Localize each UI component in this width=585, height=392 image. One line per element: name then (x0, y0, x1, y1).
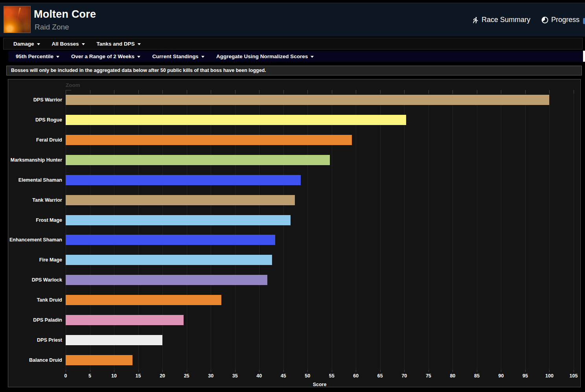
filter-current-standings-dropdown[interactable]: Current Standings (146, 51, 210, 62)
x-tick (477, 370, 477, 372)
bar-row-dps-rogue: DPS Rogue (66, 110, 574, 130)
runner-icon (472, 17, 479, 24)
x-axis-title: Score (313, 382, 327, 387)
menu-tanks-and-dps-dropdown[interactable]: Tanks and DPS (91, 38, 147, 49)
category-label: Frost Mage (36, 217, 62, 223)
x-tick (138, 370, 139, 372)
globe-icon (541, 17, 548, 24)
dropdown-label: Over a Range of 2 Weeks (71, 53, 134, 59)
bar-tank-druid[interactable] (66, 295, 221, 305)
x-tick-label: 0 (64, 373, 67, 379)
category-label: Tank Warrior (32, 197, 62, 203)
x-tick (283, 370, 284, 372)
bar-fire-mage[interactable] (66, 255, 272, 265)
top-tick (574, 90, 574, 94)
bar-row-dps-warlock: DPS Warlock (66, 270, 574, 290)
x-tick (574, 370, 574, 372)
bar-elemental-shaman[interactable] (66, 175, 301, 185)
dropdown-label: Damage (13, 41, 34, 47)
x-tick-label: 20 (160, 373, 165, 379)
bar-dps-warlock[interactable] (66, 275, 267, 285)
x-tick (211, 370, 211, 372)
x-tick (453, 370, 453, 372)
bar-marksmanship-hunter[interactable] (66, 155, 330, 165)
x-tick-label: 55 (329, 373, 335, 379)
x-tick (332, 370, 332, 372)
x-tick (162, 370, 163, 372)
category-label: DPS Rogue (35, 117, 62, 123)
x-tick (356, 370, 356, 372)
x-tick-label: 35 (232, 373, 238, 379)
x-tick (501, 370, 501, 372)
chevron-down-icon (138, 43, 141, 45)
lava-streak-decoration (16, 7, 21, 23)
x-tick-label: 85 (474, 373, 480, 379)
page-header: Molten Core Raid Zone Race SummaryProgre… (0, 3, 585, 37)
x-tick-label: 65 (377, 373, 383, 379)
x-tick-label: 50 (305, 373, 310, 379)
statistics-chart: Zoom DPS WarriorDPS RogueFeral DruidMark… (8, 79, 581, 387)
x-tick (307, 370, 308, 372)
dropdown-label: Current Standings (152, 53, 199, 59)
x-tick (114, 370, 114, 372)
x-tick (525, 370, 526, 372)
x-tick-label: 60 (353, 373, 359, 379)
x-tick-label: 70 (401, 373, 407, 379)
x-tick-label: 25 (184, 373, 189, 379)
bar-row-balance-druid: Balance Druid (66, 350, 574, 370)
filter-95th-percentile-dropdown[interactable]: 95th Percentile (10, 51, 65, 62)
x-tick-label: 30 (208, 373, 213, 379)
x-tick-label: 10 (111, 373, 117, 379)
category-label: DPS Paladin (33, 317, 62, 323)
header-link-race-summary[interactable]: Race Summary (472, 16, 530, 24)
category-label: Tank Druid (37, 297, 62, 303)
bar-frost-mage[interactable] (66, 215, 291, 225)
category-label: DPS Priest (37, 337, 62, 343)
bar-dps-priest[interactable] (66, 335, 162, 345)
bar-dps-rogue[interactable] (66, 115, 406, 125)
x-tick-label: 15 (136, 373, 141, 379)
x-axis: Score 0510152025303540455055606570758085… (66, 370, 574, 388)
chevron-down-icon (37, 43, 40, 45)
chevron-down-icon (56, 56, 59, 58)
menu-damage-dropdown[interactable]: Damage (7, 38, 46, 49)
bar-feral-druid[interactable] (66, 135, 352, 145)
page-subtitle: Raid Zone (35, 23, 69, 31)
header-link-label: Progress (551, 16, 579, 24)
chevron-down-icon (201, 56, 204, 58)
x-tick-label: 105 (570, 373, 578, 379)
x-tick-label: 75 (426, 373, 431, 379)
notice-banner: Bosses will only be included in the aggr… (6, 66, 582, 75)
header-link-progress[interactable]: Progress (541, 16, 579, 24)
x-tick (404, 370, 405, 372)
bar-dps-warrior[interactable] (66, 95, 549, 105)
x-tick-label: 80 (450, 373, 455, 379)
x-tick (66, 370, 66, 372)
filter-aggregate-using-normalized-scores-dropdown[interactable]: Aggregate Using Normalized Scores (210, 51, 320, 62)
bar-balance-druid[interactable] (66, 355, 132, 365)
zoom-label: Zoom (66, 82, 80, 88)
category-label: Enhancement Shaman (9, 237, 62, 243)
cutoff-icon (583, 18, 585, 24)
bar-row-fire-mage: Fire Mage (66, 250, 574, 270)
bar-row-dps-warrior: DPS Warrior (66, 90, 574, 110)
x-tick-label: 45 (281, 373, 286, 379)
zone-logo-image (4, 6, 31, 33)
category-label: Marksmanship Hunter (11, 157, 62, 163)
x-tick (259, 370, 259, 372)
x-tick (235, 370, 235, 372)
dropdown-label: Tanks and DPS (97, 41, 135, 47)
bar-row-marksmanship-hunter: Marksmanship Hunter (66, 150, 574, 170)
bar-tank-warrior[interactable] (66, 195, 295, 205)
bar-dps-paladin[interactable] (66, 315, 184, 325)
category-label: Feral Druid (36, 137, 62, 143)
bar-enhancement-shaman[interactable] (66, 235, 275, 245)
header-links: Race SummaryProgress (472, 3, 579, 37)
filter-over-a-range-of-2-weeks-dropdown[interactable]: Over a Range of 2 Weeks (65, 51, 146, 62)
x-tick-label: 40 (256, 373, 262, 379)
x-tick-label: 5 (88, 373, 91, 379)
cutoff-white-element (583, 51, 585, 62)
dropdown-label: All Bosses (52, 41, 79, 47)
bar-row-tank-druid: Tank Druid (66, 290, 574, 310)
menu-all-bosses-dropdown[interactable]: All Bosses (46, 38, 91, 49)
